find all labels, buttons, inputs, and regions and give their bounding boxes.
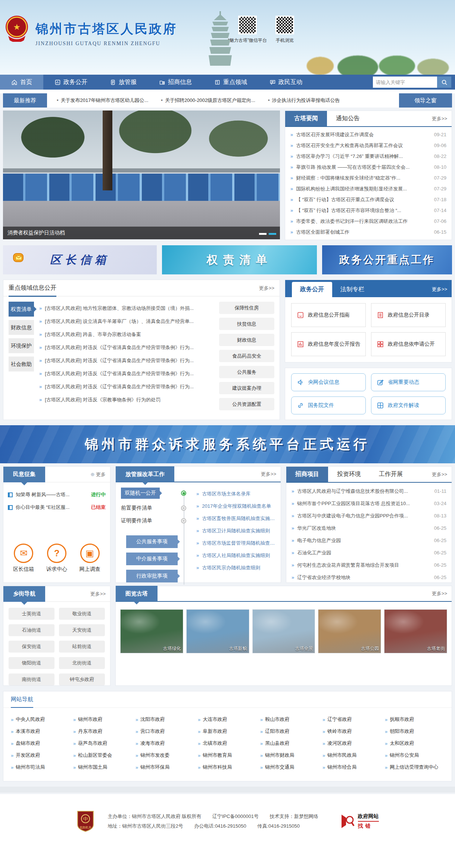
- link-doc-interpretation[interactable]: 政府文件解读: [371, 396, 446, 414]
- quick-link-button[interactable]: 食品药品安全: [219, 350, 274, 362]
- ticker-item[interactable]: 涉企执法行为投诉举报电话公告: [268, 97, 340, 104]
- street-button[interactable]: 敬业街道: [59, 608, 105, 620]
- sitenav-link[interactable]: 中央人民政府: [11, 714, 70, 725]
- street-button[interactable]: 石油街道: [9, 624, 54, 636]
- news-item[interactable]: 【 “双百” 行动】古塔区召开重点工作调度会议 07-18: [290, 194, 446, 205]
- sitenav-link[interactable]: 锦州市国土局: [73, 762, 133, 773]
- sitenav-link[interactable]: 锦州市发改委: [135, 750, 195, 761]
- street-button[interactable]: 钟屯乡政府: [59, 673, 105, 685]
- gallery-photo[interactable]: 古塔公园: [318, 609, 381, 653]
- sitenav-link[interactable]: 锦州市教育局: [198, 750, 257, 761]
- gallery-photo[interactable]: 古塔老街: [384, 609, 447, 653]
- quick-link-button[interactable]: 公共资源配置: [219, 398, 274, 410]
- sitenav-link[interactable]: 开发区政府: [11, 750, 70, 761]
- sitenav-link[interactable]: 沈阳市政府: [135, 714, 195, 725]
- invest-item[interactable]: 辽宁省农业经济学校地块 06-25: [292, 571, 446, 584]
- streets-title-tab[interactable]: 乡街导航: [3, 586, 45, 602]
- tab-finance-info[interactable]: 财政信息: [9, 320, 34, 335]
- card-apply-open[interactable]: 政府信息依申请公开: [371, 332, 446, 356]
- sitenav-link[interactable]: 大连市政府: [198, 714, 257, 725]
- news-more-link[interactable]: 更多>>: [432, 115, 452, 122]
- tab-work-progress[interactable]: 工作开展: [370, 467, 412, 482]
- news-item[interactable]: 古塔区举办学习《习近平 “7.26” 重要讲话精神解... 08-22: [290, 151, 446, 162]
- opinion-quick-item[interactable]: ▣ 网上调查: [80, 544, 100, 573]
- sitenav-link[interactable]: 太和区政府: [385, 738, 444, 749]
- invest-item[interactable]: 锦州市首个PPP工业园区项目花落古塔 总投资近10... 03-24: [292, 497, 446, 510]
- sitenav-link[interactable]: 凌河区政府: [322, 738, 382, 749]
- tab-notices[interactable]: 通知公告: [327, 111, 369, 126]
- sitenav-link[interactable]: 松山新区管委会: [73, 750, 133, 761]
- reform-item[interactable]: 古塔区人社局随机抽查实施细则: [196, 549, 277, 561]
- sitenav-link[interactable]: 锦州市政府: [73, 714, 133, 725]
- link-central-meetings[interactable]: 央网会议信息: [291, 373, 366, 391]
- street-button[interactable]: 保安街道: [9, 641, 54, 653]
- button-intermediary-items[interactable]: 中介服务事项: [126, 553, 178, 565]
- slider-dot-active[interactable]: [269, 233, 276, 235]
- street-button[interactable]: 北街街道: [59, 657, 105, 669]
- card-info-catalog[interactable]: 政府信息公开目录: [371, 303, 446, 327]
- gallery-photo[interactable]: 古塔全景: [252, 609, 315, 653]
- sitenav-link[interactable]: 黑山县政府: [260, 738, 320, 749]
- sitenav-link[interactable]: 盘锦市政府: [11, 738, 70, 749]
- reform-item[interactable]: 古塔区民宗办随机抽查细则: [196, 561, 277, 574]
- opinion-quick-item[interactable]: ✉ 区长信箱: [13, 544, 34, 573]
- street-button[interactable]: 士英街道: [9, 608, 54, 620]
- news-item[interactable]: 国际机构纷纷上调我国经济增速预期彰显经济发展... 07-29: [290, 183, 446, 194]
- sitenav-link[interactable]: 铁岭市政府: [322, 726, 382, 737]
- sitenav-link[interactable]: 辽阳市政府: [260, 726, 320, 737]
- nav-item-interaction[interactable]: 政民互动: [258, 75, 314, 90]
- key-areas-item[interactable]: [古塔区人民政府] 对违反《辽宁省清真食品生产经营管理条例》行为...: [39, 341, 214, 354]
- sitenav-link[interactable]: 葫芦岛市政府: [73, 738, 133, 749]
- reform-radio-certificate[interactable]: 证明要件清单: [121, 517, 179, 524]
- sitenav-link[interactable]: 阜新市政府: [198, 726, 257, 737]
- tab-power-list[interactable]: 权责清单: [9, 302, 34, 317]
- footer-icp[interactable]: 辽宁IPC备0000001号: [212, 813, 259, 819]
- banner-power-list[interactable]: 权责清单: [162, 245, 317, 274]
- ticker-item[interactable]: 关于招聘2000-2002级原古塔区户籍定向...: [161, 97, 255, 104]
- slider-dot[interactable]: [259, 233, 267, 235]
- quick-link-button[interactable]: 保障性住房: [219, 302, 274, 314]
- key-areas-item[interactable]: [古塔区人民政府] 对违反《辽宁省清真食品生产经营管理条例》行为...: [39, 354, 214, 367]
- key-areas-item[interactable]: [古塔区人民政府] 设立清真牛羊屠宰厂（场）、清真食品生产经营单...: [39, 315, 214, 328]
- sitenav-link[interactable]: 抚顺市政府: [385, 714, 444, 725]
- reform-item[interactable]: 2017年企业年报双随机抽查名单: [196, 500, 277, 512]
- nav-item-gov-open[interactable]: 政务公开: [43, 75, 99, 90]
- reform-item[interactable]: 古塔区市场主体名录库: [196, 488, 277, 500]
- reform-title-tab[interactable]: 放管服改革工作: [116, 466, 174, 482]
- key-areas-item[interactable]: [古塔区人民政府] 对违反《辽宁省清真食品生产经营管理条例》行为...: [39, 367, 214, 380]
- quick-link-button[interactable]: 扶贫信息: [219, 318, 274, 330]
- news-item[interactable]: 财经观察：中国将继续发挥全球经济“稳定器”作... 07-29: [290, 172, 446, 183]
- news-item[interactable]: 古塔区召开发展环境建设工作调度会 09-21: [290, 129, 446, 140]
- invest-item[interactable]: 石油化工产业园 06-25: [292, 547, 446, 559]
- banner-gov-open-key-work[interactable]: 政务公开重点工作: [322, 245, 452, 274]
- news-item[interactable]: 市委常委、政法委书记刘洋一行来我区调研政法工作 07-06: [290, 216, 446, 227]
- nav-item-fangguanfu[interactable]: 放管服: [99, 75, 148, 90]
- gov-open-more-link[interactable]: 更多>>: [432, 286, 447, 293]
- button-admin-approval-items[interactable]: 行政审批事项: [126, 570, 178, 582]
- sitenav-link[interactable]: 锦州市环保局: [135, 762, 195, 773]
- street-button[interactable]: 站前街道: [59, 641, 105, 653]
- invest-item[interactable]: 何屯村生态农业花卉观赏繁育基地综合开发项目 06-25: [292, 559, 446, 571]
- tab-social-aid[interactable]: 社会救助: [9, 357, 34, 371]
- key-areas-item[interactable]: [古塔区人民政府] 跨县、市举办宗教活动备案: [39, 328, 214, 341]
- reform-item[interactable]: 古塔区市场监督管理局随机抽查实施细则: [196, 537, 277, 549]
- streets-more-link[interactable]: 更多>>: [90, 591, 110, 597]
- opinion-item[interactable]: 知荣辱 树新风——古塔... 进行中: [8, 488, 106, 501]
- card-annual-report[interactable]: 政府信息年度公开报告: [291, 332, 366, 356]
- ticker-item[interactable]: 关于发布2017年锦州市古塔区幼儿园公...: [57, 97, 148, 104]
- invest-item[interactable]: 华光厂区改造地块 06-25: [292, 522, 446, 534]
- opinion-quick-item[interactable]: ? 诉求中心: [46, 544, 67, 573]
- reform-item[interactable]: 古塔区畜牧兽医局随机抽查实施细则: [196, 512, 277, 525]
- button-public-service-items[interactable]: 公共服务事项: [126, 535, 178, 548]
- key-areas-item[interactable]: [古塔区人民政府] 对违反《辽宁省清真食品生产经营管理条例》行为...: [39, 380, 214, 393]
- sitenav-link[interactable]: 锦州市经合局: [322, 762, 382, 773]
- link-state-council-docs[interactable]: 国务院文件: [291, 396, 366, 414]
- sitenav-link[interactable]: 锦州市民政局: [322, 750, 382, 761]
- key-areas-item[interactable]: [古塔区人民政府] 对违反《宗教事物条例》行为的处罚: [39, 393, 214, 406]
- card-info-guide[interactable]: 政府信息公开指南: [291, 303, 366, 327]
- gallery-photo[interactable]: 古塔新貌: [186, 609, 249, 653]
- nav-item-home[interactable]: 首页: [0, 75, 43, 90]
- opinion-title-tab[interactable]: 民意征集: [3, 467, 45, 482]
- quick-link-button[interactable]: 公共服务: [219, 366, 274, 378]
- street-button[interactable]: 饶阳街道: [9, 657, 54, 669]
